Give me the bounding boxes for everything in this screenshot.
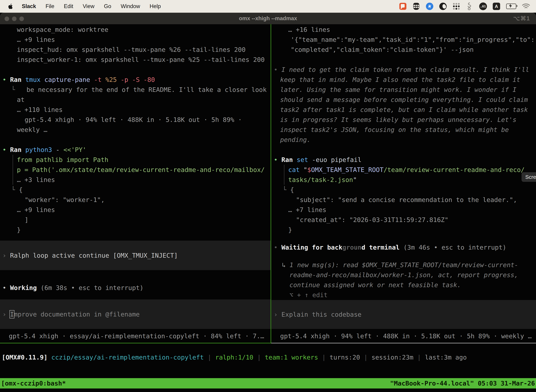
text-run: › (274, 311, 281, 318)
moon-contrast-icon[interactable] (439, 2, 447, 10)
menu-item-window[interactable]: Window (121, 3, 140, 9)
prompt-input-right[interactable]: › Explain this codebase (271, 300, 536, 329)
text-run: capture-pane (44, 76, 94, 83)
text-run: -S (132, 76, 144, 83)
text-run: pending. (280, 136, 311, 143)
text-run: › (2, 311, 10, 318)
text-run: gpt-5.4 xhigh · 94% left · 488K in · 5.1… (280, 332, 531, 340)
band-line: › Improve documentation in @filename (0, 309, 140, 319)
ran-tmux-command: • Ran tmux capture-pane -t %25 -p -S -80 (0, 75, 271, 85)
menu-item-help[interactable]: Help (150, 3, 161, 9)
band-line: › Ralph loop active continue [OMX_TMUX_I… (0, 250, 178, 261)
text-run: gpt-5.4 xhigh · essay/ai-reimplementatio… (9, 332, 264, 340)
terminal-line: … +7 lines (271, 205, 536, 215)
terminal-line: continue assigned work or next feasible … (271, 280, 536, 290)
apple-menu-icon[interactable] (8, 3, 13, 9)
pane-divider[interactable] (271, 24, 271, 343)
text-run: • (274, 244, 281, 251)
terminal-line: inspect_hud: omx sparkshell --tmux-pane … (0, 45, 271, 55)
text-run: task2 after task1 is complete, but can I… (280, 106, 528, 113)
text-run: inspect_worker-1: omx sparkshell --tmux-… (17, 56, 265, 63)
text-run: • (2, 76, 10, 83)
zoom-button[interactable] (19, 17, 24, 21)
terminal-line: '{"team_name":"my-team","task_id":"1","f… (271, 35, 536, 45)
text-run: [OMX#0.11.9] (2, 354, 51, 361)
text-run: continue assigned work or next feasible … (289, 281, 461, 289)
text-run: later. Using the same for transition mig… (280, 86, 517, 93)
right-pane-bottom-border (271, 343, 536, 343)
text-run: • (2, 284, 10, 291)
text-run: ] (25, 216, 29, 223)
menu-item-view[interactable]: View (83, 3, 94, 9)
battery-icon[interactable] (506, 2, 517, 10)
working-status: • Working (6m 38s • esc to interrupt) (0, 283, 271, 293)
terminal-line: … +9 lines (0, 205, 271, 215)
thinking-text: • I need to get the claim token from the… (271, 65, 536, 75)
terminal-line: tasks/task-2.json" (271, 175, 536, 185)
ralph-loop-banner: › Ralph loop active continue [OMX_TMUX_I… (0, 241, 271, 270)
terminal-line: "worker": "worker-1", (0, 195, 271, 205)
shield-keypad-icon[interactable] (412, 2, 420, 10)
text-run: groun (342, 244, 361, 251)
text-run: python3 (25, 146, 56, 153)
text-run: { (19, 186, 23, 193)
session-status-right: gpt-5.4 xhigh · 94% left · 488K in · 5.1… (271, 331, 536, 341)
text-run: I need to get the claim token from the c… (281, 66, 529, 73)
text-run: Waiting for back (281, 244, 342, 251)
battery-percent-badge-icon[interactable]: ..61 (479, 2, 487, 10)
menu-item-file[interactable]: File (46, 3, 54, 9)
text-run: turns:20 (330, 354, 360, 361)
text-run: … +9 lines (17, 36, 55, 43)
text-run: at (17, 96, 24, 103)
minimize-button[interactable] (12, 17, 17, 21)
text-run: ⌥ + ↑ edit (289, 291, 328, 299)
dots-grid-icon[interactable] (452, 2, 460, 10)
terminal-line: gpt-5.4 xhigh · 94% left · 488K in · 5.1… (0, 115, 271, 125)
text-run: … +3 lines (17, 176, 55, 183)
screen-sharing-icon[interactable] (399, 2, 407, 10)
menu-item-slack[interactable]: Slack (22, 3, 36, 9)
menu-status-icons: ..61 A (399, 2, 531, 10)
text-run: Ran (10, 146, 25, 153)
text-run: " (353, 176, 357, 183)
prompt-input-left[interactable]: › Improve documentation in @filename (0, 299, 271, 329)
menu-item-go[interactable]: Go (104, 3, 111, 9)
text-run: … +9 lines (17, 206, 55, 213)
terminal-line: task2 after task1 is complete, but can I… (271, 105, 536, 115)
terminal-line: keep that in mind. Maybe I also need the… (271, 75, 536, 85)
right-pane: … +16 lines'{"team_name":"my-team","task… (271, 24, 536, 341)
text-run: session:23m (371, 354, 413, 361)
text-run: should send a message before completing … (280, 96, 528, 103)
text-run: from pathlib import Path (17, 156, 108, 163)
tmux-session-window[interactable]: [omx-cczip0:bash* (1, 378, 66, 388)
text-run: | (360, 354, 371, 361)
input-source-icon[interactable]: A (492, 2, 500, 10)
text-run: 'PY' (71, 146, 86, 153)
menu-item-edit[interactable]: Edit (64, 3, 73, 9)
text-run: inspect_hud: omx sparkshell --tmux-pane … (17, 46, 245, 53)
text-run: be necessary for the end of the README. … (15, 86, 267, 93)
text-run: readme-and-reco/mailbox/worker-1.json, a… (289, 271, 518, 279)
terminal-line: should send a message before completing … (271, 95, 536, 105)
text-run: p = Path('.omx/state/team/review-current… (17, 166, 265, 173)
text-run: Working (10, 284, 40, 291)
wifi-icon[interactable] (522, 2, 530, 10)
menu-items: SlackFileEditViewGoWindowHelp (22, 3, 161, 9)
squiggle-icon[interactable] (466, 2, 474, 10)
text-run: ↳ (282, 261, 289, 269)
text-cursor: I (10, 311, 14, 318)
text-run: (3m 46s • esc to interrupt) (403, 244, 506, 251)
text-run: Ralph loop active continue [OMX_TMUX_INJ… (10, 252, 178, 259)
messaging-badge-icon[interactable] (426, 2, 434, 10)
text-run: • (274, 156, 281, 163)
terminal-line: … +9 lines (0, 35, 271, 45)
text-run: d terminal (362, 244, 403, 251)
left-pane-bottom-border (0, 343, 271, 343)
text-run: Ran (281, 156, 297, 163)
text-run: • (274, 66, 281, 73)
close-button[interactable] (5, 17, 9, 21)
terminal-line: … +3 lines (0, 175, 271, 185)
text-run: - (56, 146, 63, 153)
text-run: last:3m ago (425, 354, 467, 361)
text-run: inspect task2's JSON, focusing on the st… (280, 126, 509, 133)
